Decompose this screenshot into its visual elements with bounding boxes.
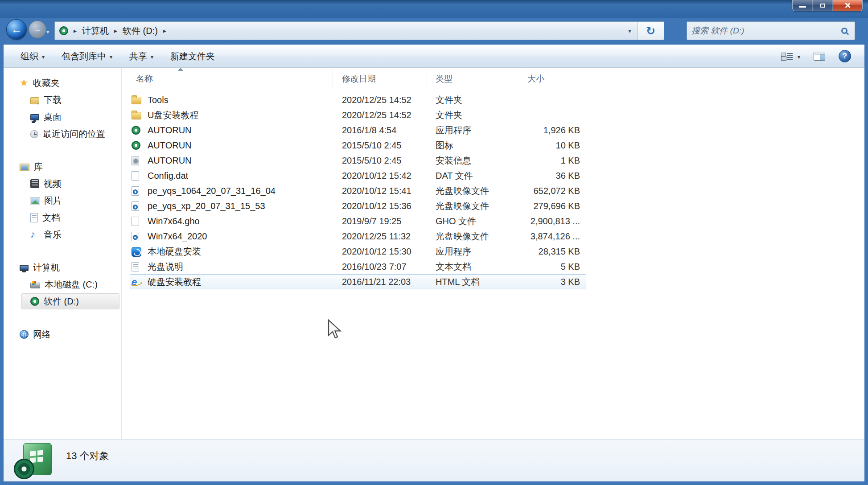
chevron-down-icon: ▾ [42, 53, 45, 60]
sidebar-item-label: 网络 [33, 329, 51, 341]
disc-icon [30, 297, 39, 306]
title-bar[interactable] [0, 0, 868, 18]
file-size: 10 KB [510, 138, 580, 153]
table-row[interactable]: Tools2020/12/25 14:52文件夹 [122, 92, 864, 107]
file-pane: 名称修改日期类型大小 Tools2020/12/25 14:52文件夹U盘安装教… [121, 68, 864, 439]
file-size: 652,072 KB [510, 183, 580, 198]
table-row[interactable]: Win7x64_20202020/12/25 11:32光盘映像文件3,874,… [122, 229, 864, 244]
sidebar-item-documents[interactable]: 文档 [4, 209, 121, 226]
search-box [687, 21, 855, 40]
table-row[interactable]: 光盘说明2016/10/23 7:07文本文档5 KB [122, 259, 864, 274]
sidebar-item-recent[interactable]: 最近访问的位置 [4, 125, 121, 142]
table-row[interactable]: e硬盘安装教程2016/11/21 22:03HTML 文档3 KB [122, 274, 864, 289]
help-button[interactable]: ? [839, 50, 851, 62]
setup-icon [132, 156, 139, 165]
file-type: 安装信息 [436, 153, 471, 168]
sidebar-item-label: 音乐 [44, 229, 62, 241]
table-row[interactable]: Win7x64.gho2019/9/7 19:25GHO 文件2,900,813… [122, 214, 864, 229]
computer-icon [20, 265, 29, 271]
file-date: 2020/10/12 15:41 [342, 183, 411, 198]
breadcrumb-item-1[interactable]: 软件 (D:) [123, 25, 158, 37]
table-row[interactable]: U盘安装教程2020/12/25 14:52文件夹 [122, 107, 864, 123]
refresh-button[interactable]: ↻ [637, 22, 664, 40]
table-row[interactable]: pe_yqs_xp_20_07_31_15_532020/10/12 15:36… [122, 198, 864, 214]
sidebar-item-drive-c[interactable]: 本地磁盘 (C:) [4, 276, 121, 293]
search-input[interactable] [687, 26, 841, 36]
chevron-down-icon: ▾ [110, 53, 112, 60]
file-type: 应用程序 [436, 123, 471, 138]
sidebar-item-label: 文档 [42, 212, 60, 224]
sidebar-item-favorites[interactable]: ★收藏夹 [4, 74, 121, 91]
table-row[interactable]: pe_yqs_1064_20_07_31_16_042020/10/12 15:… [122, 183, 864, 198]
minimize-icon [799, 6, 806, 8]
toolbar-item-1[interactable]: 包含到库中▾ [62, 50, 112, 62]
file-size: 36 KB [510, 168, 580, 183]
file-type: HTML 文档 [436, 274, 480, 289]
table-row[interactable]: Config.dat2020/10/12 15:42DAT 文件36 KB [122, 168, 864, 183]
disc-icon [132, 141, 140, 150]
column-divider[interactable] [427, 70, 427, 87]
sidebar-item-label: 下载 [44, 94, 62, 106]
column-divider[interactable] [333, 70, 333, 87]
address-dropdown-button[interactable]: ▾ [623, 22, 636, 40]
doc-icon [132, 217, 139, 226]
file-icon-cell [132, 171, 139, 183]
recent-pages-dropdown[interactable]: ▾ [46, 29, 49, 35]
file-date: 2015/5/10 2:45 [342, 138, 401, 153]
change-view-button[interactable]: ▾ [782, 52, 800, 61]
installer-disc-icon [23, 443, 52, 475]
toolbar-item-2[interactable]: 共享▾ [129, 50, 153, 62]
sidebar-item-desktop[interactable]: 桌面 [4, 108, 121, 125]
forward-button[interactable]: → [29, 21, 46, 38]
file-size [510, 92, 580, 107]
sidebar-item-music[interactable]: ♪音乐 [4, 226, 121, 243]
preview-pane-button[interactable] [814, 52, 825, 61]
toolbar-item-0[interactable]: 组织▾ [21, 50, 45, 62]
file-name: AUTORUN [148, 123, 192, 138]
file-name: AUTORUN [148, 138, 192, 153]
column-header-2[interactable]: 类型 [436, 73, 453, 85]
close-button[interactable] [833, 0, 862, 11]
table-row[interactable]: AUTORUN2016/1/8 4:54应用程序1,926 KB [122, 123, 864, 138]
column-header-0[interactable]: 名称 [136, 73, 153, 85]
maximize-button[interactable] [813, 0, 833, 11]
toolbar-item-3[interactable]: 新建文件夹 [170, 50, 215, 62]
sidebar-item-videos[interactable]: 视频 [4, 175, 121, 192]
music-icon: ♪ [30, 230, 39, 239]
sidebar-item-libraries[interactable]: 库 [4, 158, 121, 175]
sidebar-item-downloads[interactable]: 下载 [4, 91, 121, 108]
file-date: 2016/1/8 4:54 [342, 123, 396, 138]
table-row[interactable]: AUTORUN2015/5/10 2:45图标10 KB [122, 138, 864, 153]
file-size: 1 KB [510, 153, 580, 168]
column-divider[interactable] [521, 70, 521, 87]
sidebar-item-label: 最近访问的位置 [43, 128, 105, 140]
toolbar-item-label: 共享 [129, 50, 147, 62]
back-button[interactable]: ← [6, 19, 27, 40]
column-header-3[interactable]: 大小 [527, 73, 544, 85]
file-icon-cell [132, 217, 139, 228]
file-name: pe_yqs_xp_20_07_31_15_53 [148, 198, 265, 214]
address-bar[interactable]: ▸计算机▸软件 (D:)▸ ▾ ↻ [54, 21, 664, 40]
file-date: 2020/10/12 15:42 [342, 168, 411, 183]
column-header-1[interactable]: 修改日期 [342, 73, 376, 85]
appblue-icon [132, 247, 141, 257]
toolbar-item-label: 包含到库中 [62, 50, 106, 62]
column-divider[interactable] [586, 70, 586, 87]
table-row[interactable]: 本地硬盘安装2020/10/12 15:30应用程序28,315 KB [122, 244, 864, 259]
sidebar-item-computer[interactable]: 计算机 [4, 259, 121, 276]
breadcrumb-item-0[interactable]: 计算机 [82, 25, 109, 37]
file-size: 3,874,126 ... [510, 229, 580, 244]
textdoc-icon [30, 213, 38, 222]
file-size: 279,696 KB [510, 198, 580, 214]
sidebar-item-drive-d[interactable]: 软件 (D:) [4, 293, 121, 310]
ie-icon: e [132, 278, 140, 287]
minimize-button[interactable] [793, 0, 813, 11]
file-icon-cell [132, 262, 139, 274]
sidebar-item-label: 本地磁盘 (C:) [45, 279, 98, 291]
file-date: 2015/5/10 2:45 [342, 153, 401, 168]
disk-icon [30, 283, 40, 288]
sidebar-item-pictures[interactable]: 图片 [4, 192, 121, 209]
file-type: 图标 [436, 138, 453, 153]
sidebar-item-network[interactable]: 网络 [4, 326, 121, 343]
table-row[interactable]: AUTORUN2015/5/10 2:45安装信息1 KB [122, 153, 864, 168]
